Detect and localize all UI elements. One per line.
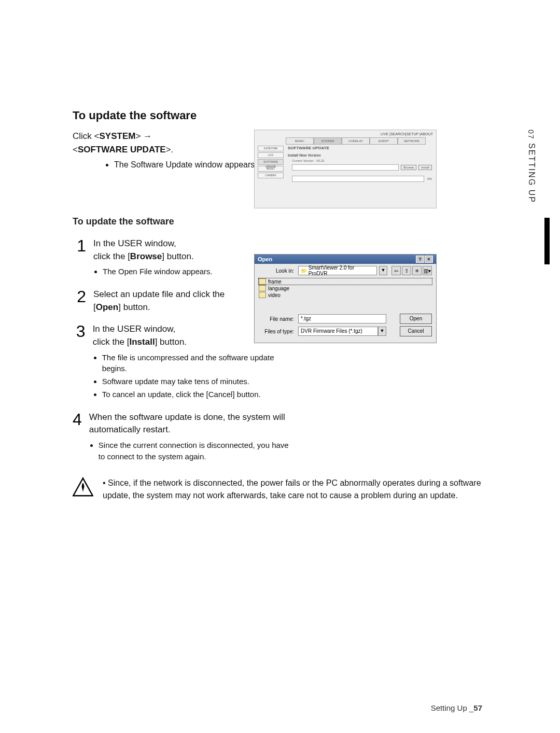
dialog-nav-icons: ⇦ ⇧ ✳ ▥▾: [391, 266, 432, 275]
step-bullet: The Open File window appears.: [103, 266, 213, 277]
side-reset[interactable]: RESET: [258, 166, 284, 172]
help-icon[interactable]: ?: [416, 256, 424, 263]
intro-open: <: [73, 145, 78, 154]
step-bullet: Software update may take tens of minutes…: [102, 376, 290, 387]
step-number: 3: [73, 323, 86, 401]
progress-bar: [292, 176, 424, 182]
side-datetime[interactable]: DATE/TIME: [258, 146, 284, 151]
step-keyword: Install: [130, 337, 155, 347]
sc1-subheading: Install New Version: [288, 153, 432, 157]
lookin-combo[interactable]: 📁 SmartViewer 2.0 for ProDVR ▼: [298, 266, 387, 275]
screenshot-software-update: LIVE |SEARCH|SETUP |ABOUT BASIC SYSTEM O…: [254, 130, 437, 208]
view-menu-icon[interactable]: ▥▾: [423, 266, 432, 275]
chapter-side-tab: 07 SETTING UP: [527, 130, 539, 228]
step-text: ] button.: [162, 251, 193, 261]
install-button[interactable]: Install: [418, 165, 432, 170]
intro-prefix: Click <: [73, 131, 99, 141]
filetype-label: Files of type:: [259, 329, 294, 334]
new-folder-icon[interactable]: ✳: [412, 266, 422, 275]
step-bullet: To cancel an update, click the [Cancel] …: [102, 389, 290, 400]
filetype-value: DVR Firmware Files (*.tgz): [298, 327, 378, 336]
filetype-select[interactable]: DVR Firmware Files (*.tgz) ▼: [298, 327, 386, 336]
step-bullet: Since the current connection is disconne…: [99, 440, 290, 462]
intro-system: SYSTEM: [99, 131, 135, 141]
side-log[interactable]: LOG: [258, 152, 284, 158]
list-item: frame: [259, 278, 432, 285]
browse-button[interactable]: Browse: [401, 165, 416, 170]
step-keyword: Browse: [130, 251, 162, 261]
tab-overlay[interactable]: OVERLAY: [342, 137, 370, 145]
section-title: To update the software: [73, 109, 519, 122]
step-text: When the software update is done, the sy…: [89, 412, 285, 435]
chapter-number: 07: [527, 130, 535, 140]
chapter-label: SETTING UP: [527, 143, 536, 203]
page-number: 57: [473, 703, 482, 712]
thumb-index-bar: [544, 218, 550, 264]
tab-basic[interactable]: BASIC: [286, 137, 314, 145]
warning-text-content: Since, if the network is disconnected, t…: [103, 478, 481, 500]
lookin-value: SmartViewer 2.0 for ProDVR: [309, 265, 374, 276]
screenshot-open-dialog: Open ?× Look in: 📁 SmartViewer 2.0 for P…: [254, 254, 437, 343]
step-number: 4: [73, 411, 82, 464]
dialog-title: Open: [258, 256, 272, 262]
step-text: In the USER window,: [93, 324, 176, 334]
side-software-update[interactable]: SOFTWARE UPDATE: [258, 159, 284, 165]
svg-marker-1: [82, 484, 85, 492]
cancel-button[interactable]: Cancel: [400, 326, 432, 336]
sc1-topnav: LIVE |SEARCH|SETUP |ABOUT: [381, 132, 433, 136]
sc1-body: SOFTWARE UPDATE Install New Version Curr…: [288, 146, 432, 182]
sc1-sidebar: DATE/TIME LOG SOFTWARE UPDATE RESET CAME…: [258, 146, 284, 179]
filename-label: File name:: [259, 316, 294, 322]
folder-icon: [259, 285, 266, 291]
step-keyword: Open: [96, 302, 118, 312]
progress-percent: 0%: [427, 177, 432, 180]
warning-text: • Since, if the network is disconnected,…: [103, 477, 498, 502]
intro-arrow: > →: [135, 131, 152, 141]
step-bullet: The file is uncompressed and the softwar…: [102, 352, 290, 375]
step-text: click the [: [93, 251, 130, 261]
warning-icon: [73, 477, 93, 502]
folder-icon: 📁: [301, 268, 307, 274]
step-4: 4 When the software update is done, the …: [73, 411, 290, 464]
list-item: video: [259, 292, 432, 298]
file-list[interactable]: frame language video: [259, 278, 432, 309]
sc1-version: Current Version : V0.22: [292, 159, 432, 162]
step-text: Select an update file and click the: [93, 289, 225, 299]
step-text: ] button.: [118, 302, 150, 312]
step-text: In the USER window,: [93, 238, 176, 248]
intro-close: >.: [166, 145, 174, 154]
sc1-path-field[interactable]: [292, 164, 399, 171]
step-text: click the [: [93, 337, 130, 347]
sc1-heading: SOFTWARE UPDATE: [288, 146, 432, 150]
folder-icon: [259, 278, 266, 285]
step-number: 1: [73, 237, 86, 279]
chevron-down-icon[interactable]: ▼: [378, 327, 386, 336]
warning-block: • Since, if the network is disconnected,…: [73, 477, 498, 502]
intro-swupdate: SOFTWARE UPDATE: [78, 145, 166, 154]
page-footer: Setting Up _57: [431, 703, 482, 712]
back-icon[interactable]: ⇦: [391, 266, 401, 275]
chevron-down-icon[interactable]: ▼: [379, 266, 387, 275]
window-buttons: ?×: [415, 256, 433, 263]
up-icon[interactable]: ⇧: [402, 266, 411, 275]
folder-icon: [259, 292, 266, 298]
tab-event[interactable]: EVENT: [370, 137, 398, 145]
dialog-titlebar: Open ?×: [255, 255, 436, 264]
subsection-title: To update the software: [73, 216, 519, 227]
tab-system[interactable]: SYSTEM: [314, 137, 342, 145]
sc1-tabs: BASIC SYSTEM OVERLAY EVENT NETWORK: [286, 137, 436, 145]
step-number: 2: [73, 288, 86, 314]
step-text: ] button.: [155, 337, 187, 347]
tab-network[interactable]: NETWORK: [398, 137, 426, 145]
lookin-label: Look in:: [259, 268, 294, 274]
side-camera[interactable]: CAMERA: [258, 173, 284, 178]
list-item: language: [259, 285, 432, 291]
close-icon[interactable]: ×: [425, 256, 433, 263]
footer-section: Setting Up _: [431, 703, 474, 712]
filename-field[interactable]: *.tgz: [298, 314, 386, 323]
open-button[interactable]: Open: [400, 314, 432, 324]
